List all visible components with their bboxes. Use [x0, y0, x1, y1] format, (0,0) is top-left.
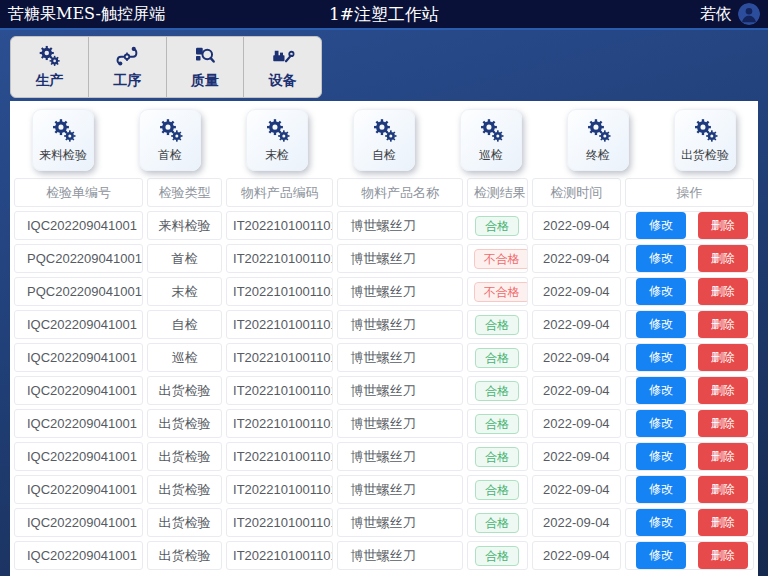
cell-date: 2022-09-04: [532, 244, 622, 273]
qc-card[interactable]: 末检: [246, 109, 308, 171]
edit-button[interactable]: 修改: [636, 278, 686, 305]
user-area[interactable]: 若依: [460, 3, 760, 25]
tab-quality[interactable]: 质量: [167, 37, 245, 97]
cell-material-name: 博世螺丝刀: [337, 343, 462, 372]
gears-icon: [692, 117, 719, 144]
delete-button[interactable]: 删除: [698, 410, 748, 437]
result-badge: 合格: [475, 348, 519, 368]
user-avatar-icon[interactable]: [738, 3, 760, 25]
edit-button[interactable]: 修改: [636, 311, 686, 338]
cell-material-code: IT2022101001101: [226, 277, 333, 306]
cell-date: 2022-09-04: [532, 508, 622, 537]
cell-date: 2022-09-04: [532, 475, 622, 504]
edit-button[interactable]: 修改: [636, 476, 686, 503]
delete-button[interactable]: 删除: [698, 443, 748, 470]
equipment-icon: [271, 44, 295, 68]
cell-actions: 修改 删除: [625, 508, 754, 537]
cell-date: 2022-09-04: [532, 409, 622, 438]
cell-material-name: 博世螺丝刀: [337, 310, 462, 339]
qc-card-label: 来料检验: [39, 147, 87, 164]
cell-actions: 修改 删除: [625, 409, 754, 438]
result-badge: 合格: [475, 315, 519, 335]
table-row: IQC202209041001 来料检验 IT2022101001101 博世螺…: [14, 211, 754, 240]
table-row: IQC202209041001 出货检验 IT2022101001101 博世螺…: [14, 409, 754, 438]
gears-icon: [585, 117, 612, 144]
cell-result: 合格: [467, 541, 528, 570]
qc-card[interactable]: 首检: [139, 109, 201, 171]
cell-date: 2022-09-04: [532, 541, 622, 570]
result-badge: 合格: [475, 513, 519, 533]
gears-icon: [264, 117, 291, 144]
gears-icon: [478, 117, 505, 144]
edit-button[interactable]: 修改: [636, 542, 686, 569]
delete-button[interactable]: 删除: [698, 245, 748, 272]
cell-material-code: IT2022101001101: [226, 475, 333, 504]
table-body: IQC202209041001 来料检验 IT2022101001101 博世螺…: [14, 211, 754, 570]
qc-card[interactable]: 终检: [567, 109, 629, 171]
cell-material-name: 博世螺丝刀: [337, 442, 462, 471]
process-route-icon: [115, 44, 139, 68]
tab-label: 生产: [35, 72, 63, 90]
cell-order-no: IQC202209041001: [14, 442, 143, 471]
cell-order-no: IQC202209041001: [14, 475, 143, 504]
cell-material-code: IT2022101001101: [226, 541, 333, 570]
result-badge: 合格: [475, 546, 519, 566]
inspection-table: 检验单编号检验类型物料产品编码物料产品名称检测结果检测时间操作 IQC20220…: [10, 174, 758, 574]
edit-button[interactable]: 修改: [636, 377, 686, 404]
delete-button[interactable]: 删除: [698, 311, 748, 338]
cell-material-code: IT2022101001101: [226, 409, 333, 438]
cell-material-name: 博世螺丝刀: [337, 475, 462, 504]
user-name: 若依: [700, 4, 732, 25]
edit-button[interactable]: 修改: [636, 344, 686, 371]
edit-button[interactable]: 修改: [636, 410, 686, 437]
cell-inspection-type: 出货检验: [147, 376, 222, 405]
cell-inspection-type: 出货检验: [147, 508, 222, 537]
cell-result: 合格: [467, 508, 528, 537]
cell-material-name: 博世螺丝刀: [337, 541, 462, 570]
cell-actions: 修改 删除: [625, 244, 754, 273]
top-bar: 苦糖果MES-触控屏端 1#注塑工作站 若依: [0, 0, 768, 30]
gears-icon: [50, 117, 77, 144]
qc-card[interactable]: 来料检验: [32, 109, 94, 171]
cell-date: 2022-09-04: [532, 277, 622, 306]
cell-material-name: 博世螺丝刀: [337, 376, 462, 405]
tab-process[interactable]: 工序: [89, 37, 167, 97]
edit-button[interactable]: 修改: [636, 245, 686, 272]
cell-date: 2022-09-04: [532, 343, 622, 372]
cell-date: 2022-09-04: [532, 211, 622, 240]
delete-button[interactable]: 删除: [698, 476, 748, 503]
qc-card[interactable]: 出货检验: [674, 109, 736, 171]
delete-button[interactable]: 删除: [698, 509, 748, 536]
cell-order-no: IQC202209041001: [14, 409, 143, 438]
qc-card[interactable]: 自检: [353, 109, 415, 171]
table-row: IQC202209041001 出货检验 IT2022101001101 博世螺…: [14, 475, 754, 504]
table-row: IQC202209041001 出货检验 IT2022101001101 博世螺…: [14, 508, 754, 537]
edit-button[interactable]: 修改: [636, 212, 686, 239]
edit-button[interactable]: 修改: [636, 509, 686, 536]
quality-search-icon: [193, 44, 217, 68]
cell-inspection-type: 来料检验: [147, 211, 222, 240]
delete-button[interactable]: 删除: [698, 377, 748, 404]
delete-button[interactable]: 删除: [698, 212, 748, 239]
column-header: 检测时间: [532, 178, 622, 207]
cell-order-no: PQC202209041001: [14, 244, 143, 273]
tab-equipment[interactable]: 设备: [244, 37, 321, 97]
result-badge: 不合格: [474, 249, 528, 269]
delete-button[interactable]: 删除: [698, 542, 748, 569]
qc-card-label: 首检: [158, 147, 182, 164]
tab-label: 质量: [191, 72, 219, 90]
main-module-tabs: 生产 工序 质量 设备: [10, 36, 322, 98]
edit-button[interactable]: 修改: [636, 443, 686, 470]
qc-card-label: 末检: [265, 147, 289, 164]
qc-card[interactable]: 巡检: [460, 109, 522, 171]
cell-material-name: 博世螺丝刀: [337, 277, 462, 306]
cell-order-no: PQC202209041001: [14, 277, 143, 306]
delete-button[interactable]: 删除: [698, 278, 748, 305]
tab-production[interactable]: 生产: [11, 37, 89, 97]
delete-button[interactable]: 删除: [698, 344, 748, 371]
result-badge: 合格: [475, 414, 519, 434]
result-badge: 合格: [475, 381, 519, 401]
cell-actions: 修改 删除: [625, 310, 754, 339]
qc-card-label: 终检: [586, 147, 610, 164]
table-row: IQC202209041001 出货检验 IT2022101001101 博世螺…: [14, 442, 754, 471]
